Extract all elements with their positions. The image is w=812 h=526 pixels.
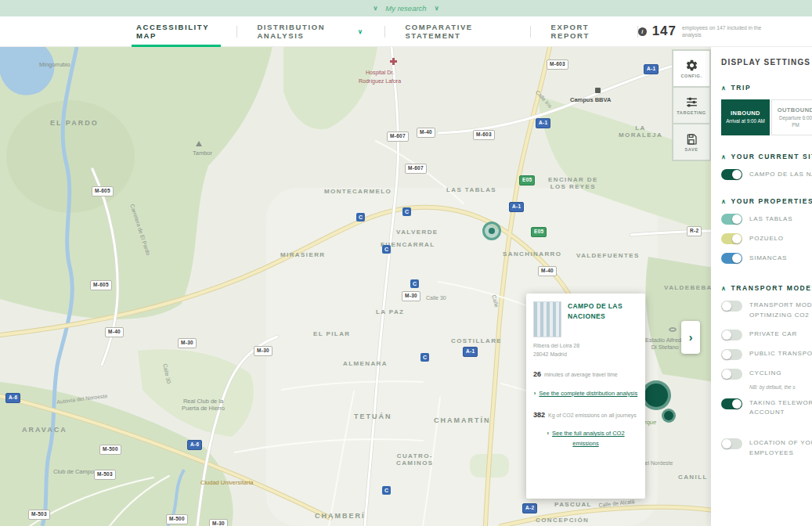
employee-description: employees on 147 included in the analysi… [682, 24, 774, 38]
targeting-button[interactable]: TARGETING [673, 88, 709, 123]
chevron-down-icon: ∨ [374, 5, 378, 12]
toggle-row-current-site: CAMPO DE LAS NACIONES [721, 169, 812, 180]
map-label: CANILL [678, 474, 708, 481]
outbound-button[interactable]: OUTBOUND Departure 6:00 PM [771, 99, 812, 135]
outbound-title: OUTBOUND [778, 106, 812, 113]
tab-accessibility-map[interactable]: ACCESSIBILITY MAP [116, 16, 236, 47]
label-line: EMPLOYEES [749, 449, 812, 459]
map-canvas[interactable]: MingorrubioEL PARDOTamborMONTECARMELOLAS… [0, 47, 714, 526]
chevron-up-icon: ∧ [721, 285, 727, 292]
toggle-campo-de-las-naciones[interactable] [721, 169, 742, 180]
map-label: Campus BBVA [570, 96, 611, 103]
section-transport-modes[interactable]: ∧TRANSPORT MODES [721, 284, 812, 292]
map-label: Calle 30 [426, 295, 446, 301]
toggle-teleworking[interactable] [721, 398, 742, 409]
map-label: COSTILLARE [451, 337, 502, 344]
popup-title: CAMPO DE LAS NACIONES [568, 301, 638, 337]
map-label: LA PAZ [376, 308, 404, 315]
toggle-label: SIMANCAS [749, 254, 787, 264]
toggle-transport-optimizing[interactable] [721, 301, 742, 312]
save-icon [685, 133, 698, 146]
co2-analysis-link[interactable]: › See the full analysis of CO2 emissions [533, 429, 638, 449]
site-thumbnail [533, 301, 561, 337]
map-label: Club de Campo [53, 468, 94, 475]
toggle-label: LAS TABLAS [749, 214, 792, 225]
origin-marker[interactable] [482, 222, 501, 240]
toggle-row-las-tablas: LAS TABLAS [721, 214, 812, 225]
save-button[interactable]: SAVE [673, 124, 709, 160]
display-settings-panel: DISPLAY SETTINGS ∧TRIP INBOUND Arrival a… [711, 47, 812, 526]
map-label: CUATRO-CAMINOS [396, 452, 434, 467]
chevron-up-icon: ∧ [721, 153, 727, 160]
chevron-up-icon: ∧ [721, 198, 727, 205]
panel-title: DISPLAY SETTINGS [721, 58, 812, 67]
map-label: Ciudad Universitaria [200, 479, 254, 486]
road-badge: A-6 [5, 393, 20, 403]
toggle-las-tablas[interactable] [721, 214, 742, 225]
link-text: See the full analysis of CO2 emissions [552, 430, 625, 447]
transit-station-icon: C [402, 207, 411, 216]
map-label: Tambor [193, 150, 212, 157]
campground-icon [196, 141, 202, 146]
research-dropdown[interactable]: My research [385, 4, 426, 13]
panel-expand-button[interactable]: › [681, 321, 700, 354]
transit-station-icon: C [382, 486, 391, 495]
inbound-button[interactable]: INBOUND Arrival at 9:00 AM [721, 99, 770, 135]
map-label: Estadio AlfredoDi Stefano [645, 337, 684, 351]
trip-toggle-group: INBOUND Arrival at 9:00 AM OUTBOUND Depa… [721, 99, 812, 135]
map-label: VALDEBEBAS [664, 284, 714, 291]
tab-comparative-statement[interactable]: COMPARATIVE STATEMENT [384, 16, 529, 47]
map-label: CHAMARTÍN [434, 416, 491, 424]
stadium-icon [669, 327, 677, 332]
road-badge: M-607 [387, 132, 409, 142]
toggle-public-transport[interactable] [721, 349, 742, 360]
label-line: OPTIMIZING CO2 [749, 311, 812, 321]
tab-label: COMPARATIVE STATEMENT [405, 23, 509, 40]
toggle-pozuelo[interactable] [721, 233, 742, 244]
tab-label: DISTRIBUTION ANALYSIS [257, 23, 352, 40]
toggle-label: CAMPO DE LAS NACIONES [749, 170, 812, 180]
section-label: TRIP [731, 84, 751, 92]
site-marker[interactable] [641, 380, 671, 410]
travel-time-value: 26 [533, 370, 541, 378]
map-label: LAS TABLAS [446, 186, 496, 193]
gear-icon [685, 59, 698, 72]
campus-icon [595, 88, 601, 93]
map-label: MONTECARMELO [324, 188, 392, 195]
toggle-row-simancas: SIMANCAS [721, 253, 812, 264]
transit-station-icon: C [410, 279, 419, 288]
map-label: Mingorrubio [39, 61, 70, 68]
co2-text: Kg of CO2 emissions on all journeys [548, 413, 637, 418]
distribution-analysis-link[interactable]: › See the complete distribution analysis [533, 389, 638, 399]
config-button[interactable]: CONFIG. [673, 51, 709, 86]
toggle-private-car[interactable] [721, 330, 742, 340]
map-label: PASCUAL [554, 501, 592, 508]
road-badge: M-500 [99, 445, 121, 455]
toggle-simancas[interactable] [721, 253, 742, 264]
section-trip[interactable]: ∧TRIP [721, 84, 812, 92]
map-label: CONCEPCIÓN [536, 517, 589, 524]
tab-label: EXPORT REPORT [551, 23, 617, 40]
map-label: Hospital Dr.Rodríguez Lafora [359, 69, 401, 85]
tab-export-report[interactable]: EXPORT REPORT [531, 16, 637, 47]
section-label: YOUR PROPERTIES [731, 197, 812, 205]
transit-station-icon: C [356, 213, 365, 222]
transit-station-icon: C [382, 245, 391, 254]
link-text: See the complete distribution analysis [539, 390, 637, 397]
employee-count: 147 [652, 23, 677, 39]
road-badge: E05 [519, 175, 535, 186]
toggle-employee-location[interactable] [721, 438, 742, 449]
info-icon[interactable]: i [638, 27, 647, 36]
save-label: SAVE [685, 147, 698, 152]
label-line: TRANSPORT MODE [749, 301, 812, 311]
site-marker-small[interactable] [662, 409, 676, 423]
section-properties[interactable]: ∧YOUR PROPERTIES [721, 197, 812, 205]
road-badge: M-603 [473, 130, 495, 140]
toggle-row-public-transport: PUBLIC TRANSPORT [721, 349, 812, 360]
toggle-label: CYCLING [749, 369, 781, 379]
map-toolbar: CONFIG. TARGETING SAVE [672, 49, 711, 161]
tab-distribution-analysis[interactable]: DISTRIBUTION ANALYSIS ∨ [236, 16, 384, 47]
main-nav: ACCESSIBILITY MAP DISTRIBUTION ANALYSIS … [0, 16, 812, 47]
section-current-site[interactable]: ∧YOUR CURRENT SITE [721, 153, 812, 160]
toggle-cycling[interactable] [721, 369, 742, 380]
